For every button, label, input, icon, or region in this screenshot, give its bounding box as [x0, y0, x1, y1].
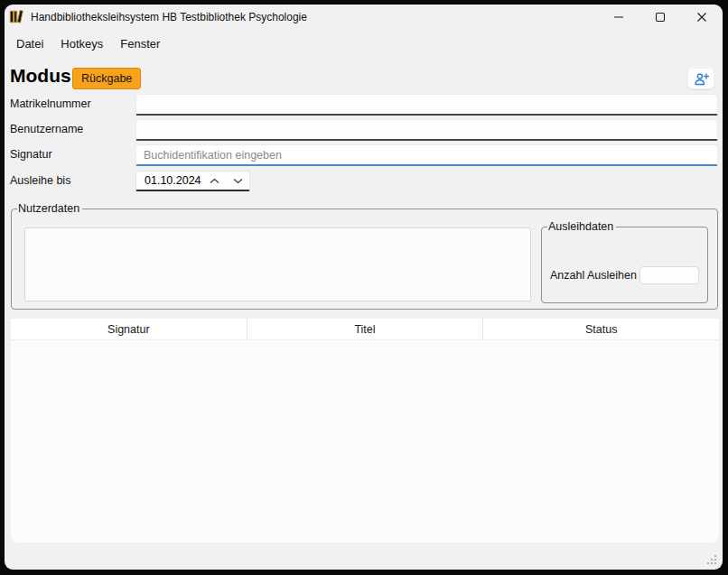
ausleihe-bis-row: Ausleihe bis 01.10.2024 [5, 171, 723, 192]
ausleihdaten-legend: Ausleihdaten [547, 220, 616, 233]
matrikelnummer-row: Matrikelnummer [5, 94, 723, 116]
signatur-label: Signatur [10, 148, 52, 161]
signatur-row: Signatur [5, 144, 723, 166]
menu-item-datei[interactable]: Datei [11, 33, 49, 54]
minimize-button[interactable] [598, 5, 639, 29]
app-window: Handbibliotheksleihsystem HB Testbibliot… [5, 5, 723, 570]
close-button[interactable] [681, 5, 723, 29]
ausleihe-bis-spinner[interactable]: 01.10.2024 [135, 171, 250, 191]
menu-item-hotkeys[interactable]: Hotkeys [55, 33, 108, 54]
column-header-status[interactable]: Status [483, 319, 719, 339]
column-header-signatur[interactable]: Signatur [11, 319, 247, 339]
window-controls [598, 5, 723, 29]
anzahl-ausleihen-row: Anzahl Ausleihen [550, 265, 699, 285]
loans-table-header: Signatur Titel Status [11, 319, 719, 340]
chevron-down-icon [233, 178, 243, 184]
spinner-down-button[interactable] [226, 172, 249, 190]
mode-badge[interactable]: Rückgabe [72, 68, 141, 89]
loans-table-body [11, 340, 719, 543]
ausleihe-bis-label: Ausleihe bis [10, 174, 70, 187]
benutzername-label: Benutzername [10, 123, 83, 135]
add-user-button[interactable] [687, 68, 714, 89]
menubar: Datei Hotkeys Fenster [5, 29, 723, 59]
matrikelnummer-label: Matrikelnummer [10, 97, 91, 110]
nutzerdaten-groupbox: Nutzerdaten Ausleihdaten Anzahl Ausleihe… [11, 202, 718, 310]
chevron-up-icon [210, 178, 219, 184]
menu-item-fenster[interactable]: Fenster [115, 33, 165, 54]
benutzername-input[interactable] [135, 119, 718, 141]
books-icon [9, 9, 24, 24]
anzahl-ausleihen-input[interactable] [639, 266, 699, 284]
matrikelnummer-input[interactable] [135, 94, 718, 116]
column-header-titel[interactable]: Titel [247, 319, 484, 339]
window-title: Handbibliotheksleihsystem HB Testbibliot… [31, 11, 307, 23]
page-title: Modus [10, 65, 71, 87]
titlebar: Handbibliotheksleihsystem HB Testbibliot… [5, 5, 723, 29]
benutzername-row: Benutzername [5, 119, 723, 141]
maximize-button[interactable] [639, 5, 681, 29]
ausleihe-bis-value: 01.10.2024 [136, 174, 202, 187]
person-add-icon [694, 72, 709, 86]
anzahl-ausleihen-label: Anzahl Ausleihen [550, 269, 639, 282]
signatur-input[interactable] [135, 144, 718, 166]
nutzerdaten-textarea[interactable] [24, 227, 531, 301]
nutzerdaten-legend: Nutzerdaten [17, 202, 82, 215]
resize-grip-icon[interactable] [706, 552, 717, 563]
loans-table: Signatur Titel Status [11, 319, 719, 543]
spinner-up-button[interactable] [202, 172, 226, 190]
ausleihdaten-groupbox: Ausleihdaten Anzahl Ausleihen [541, 220, 708, 303]
